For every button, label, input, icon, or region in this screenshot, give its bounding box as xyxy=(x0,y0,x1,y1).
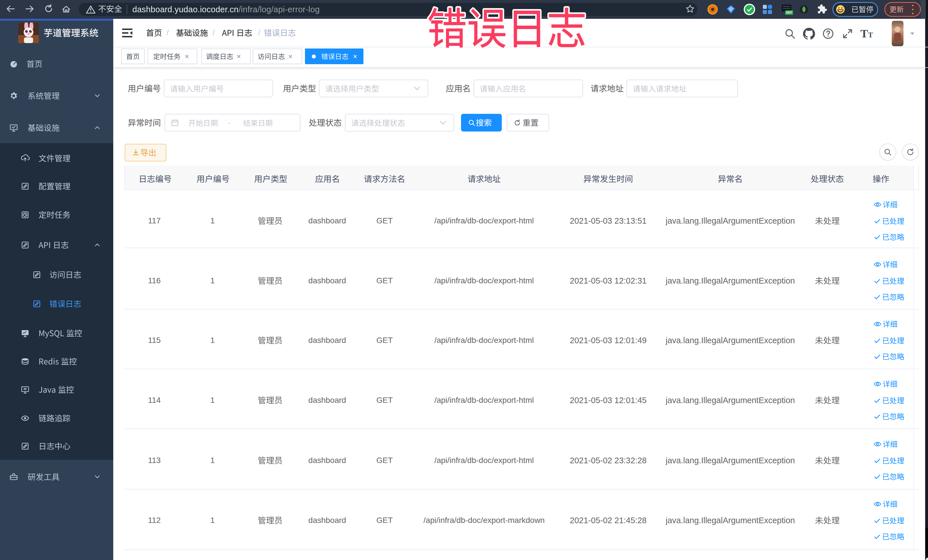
svg-text:OFF: OFF xyxy=(786,11,792,14)
